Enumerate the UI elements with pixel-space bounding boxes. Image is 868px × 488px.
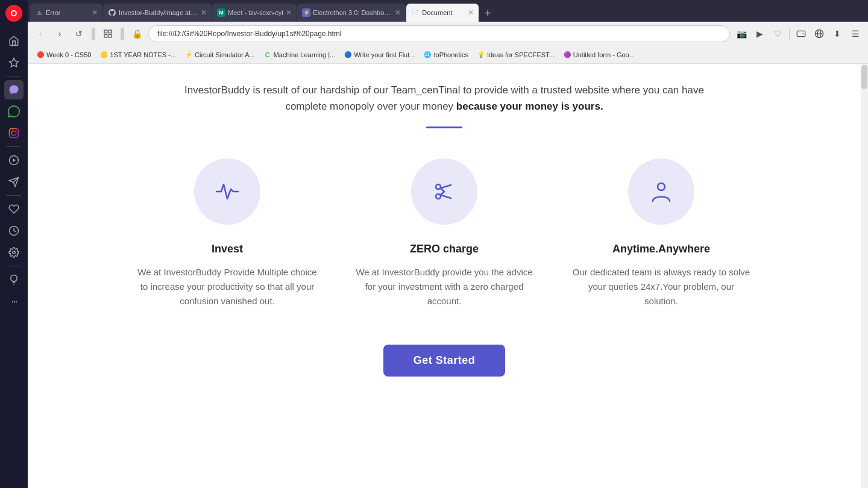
play-icon[interactable] xyxy=(4,151,24,170)
tab-error-favicon: ⚠ xyxy=(35,8,43,17)
bookmark-specfest-favicon: 💡 xyxy=(477,51,485,59)
bookmark-ml[interactable]: C Machine Learning |... xyxy=(260,49,339,60)
reload-button[interactable]: ↺ xyxy=(71,26,87,42)
tab-meet-favicon: M xyxy=(217,8,225,17)
svg-rect-12 xyxy=(104,34,107,37)
bookmark-form[interactable]: 🟣 Untitled form - Goo... xyxy=(559,49,638,60)
heart-icon[interactable] xyxy=(4,199,24,219)
scrollbar-thumb[interactable] xyxy=(861,65,867,89)
heart-toolbar-button[interactable]: ♡ xyxy=(770,26,785,42)
opera-logo-icon[interactable]: O xyxy=(5,5,22,22)
wallet-button[interactable] xyxy=(793,26,809,42)
invest-icon-circle xyxy=(194,158,260,225)
home-icon[interactable] xyxy=(4,31,24,51)
tab-github[interactable]: Investor-Buddy/image at m... ✕ xyxy=(103,4,212,22)
tab-github-close[interactable]: ✕ xyxy=(201,8,207,17)
features-grid: Invest We at InvestorBuddy Provide Multi… xyxy=(64,158,825,308)
browser-window: ⚠ Error ✕ Investor-Buddy/image at m... ✕… xyxy=(28,0,868,488)
svg-line-24 xyxy=(441,192,445,195)
messenger-icon[interactable] xyxy=(4,80,24,99)
svg-line-21 xyxy=(441,185,451,189)
opera-sidebar: O ··· xyxy=(0,0,28,488)
camera-button[interactable]: 📷 xyxy=(734,26,749,42)
tab-document[interactable]: 📄 Document ✕ xyxy=(406,4,479,22)
address-bar: ‹ › ↺ 🔒 📷 ▶ ♡ ⬇ ☰ xyxy=(28,22,868,46)
bookmark-flutter-favicon: 🔵 xyxy=(344,51,352,59)
grid-view-button[interactable] xyxy=(100,26,116,42)
download-button[interactable]: ⬇ xyxy=(829,26,845,42)
tab-meet[interactable]: M Meet - tzv-scxn-cyt ✕ xyxy=(212,4,297,22)
tab-error-close[interactable]: ✕ xyxy=(92,8,98,17)
tab-meet-close[interactable]: ✕ xyxy=(286,8,292,17)
zero-charge-icon-circle xyxy=(411,158,477,225)
svg-marker-5 xyxy=(13,158,16,162)
bookmark-phonetics-favicon: 🌐 xyxy=(423,51,432,59)
more-icon[interactable]: ··· xyxy=(4,292,24,311)
bookmark-notes-label: 1ST YEAR NOTES -... xyxy=(110,51,176,58)
bookmark-cs50-favicon: 🔴 xyxy=(36,51,45,59)
bookmark-circuit-favicon: ⚡ xyxy=(184,51,193,59)
get-started-button[interactable]: Get Started xyxy=(383,345,506,377)
svg-rect-11 xyxy=(108,30,112,33)
bookmarks-bar: 🔴 Week 0 - CS50 🟡 1ST YEAR NOTES -... ⚡ … xyxy=(28,46,868,64)
history-icon[interactable] xyxy=(4,221,24,240)
bookmark-flutter[interactable]: 🔵 Write your first Flut... xyxy=(340,49,418,60)
toolbar-right: 📷 ▶ ♡ ⬇ ☰ xyxy=(734,26,863,42)
svg-point-2 xyxy=(11,131,16,136)
scrollbar-track[interactable] xyxy=(861,64,868,488)
menu-button[interactable]: ☰ xyxy=(848,26,863,42)
tab-document-close[interactable]: ✕ xyxy=(468,8,474,17)
bookmark-circuit-label: Circuit Simulator A... xyxy=(195,51,255,58)
svg-point-25 xyxy=(658,183,665,190)
tab-electrothon-title: Electrothon 3.0: Dashboard... xyxy=(313,9,392,16)
feature-invest: Invest We at InvestorBuddy Provide Multi… xyxy=(137,158,318,308)
bookmark-specfest[interactable]: 💡 Ideas for SPECFEST... xyxy=(473,49,558,60)
svg-rect-14 xyxy=(797,31,805,36)
tab-electrothon-favicon: ⚡ xyxy=(302,8,310,17)
sidebar-divider-4 xyxy=(7,266,21,266)
bookmark-notes[interactable]: 🟡 1ST YEAR NOTES -... xyxy=(96,49,180,60)
pulse-icon xyxy=(214,178,241,205)
tab-error-title: Error xyxy=(46,9,89,16)
svg-rect-13 xyxy=(108,34,112,37)
anytime-icon-circle xyxy=(628,158,694,225)
anytime-desc: Our dedicated team is always ready to so… xyxy=(571,265,752,308)
bookmark-form-label: Untitled form - Goo... xyxy=(573,51,635,58)
bookmark-ml-favicon: C xyxy=(263,51,272,59)
tab-meet-title: Meet - tzv-scxn-cyt xyxy=(228,9,283,16)
whatsapp-icon[interactable] xyxy=(4,102,24,121)
feature-anytime: Anytime.Anywhere Our dedicated team is a… xyxy=(571,158,752,308)
instagram-icon[interactable] xyxy=(4,124,24,143)
new-tab-button[interactable]: + xyxy=(479,5,496,22)
star-icon[interactable] xyxy=(4,53,24,72)
settings-icon[interactable] xyxy=(4,243,24,262)
bookmark-cs50-label: Week 0 - CS50 xyxy=(46,51,91,58)
hero-divider xyxy=(426,127,462,128)
tab-electrothon[interactable]: ⚡ Electrothon 3.0: Dashboard... ✕ xyxy=(297,4,406,22)
bookmark-circuit[interactable]: ⚡ Circuit Simulator A... xyxy=(181,49,259,60)
svg-line-23 xyxy=(441,189,445,192)
bookmark-flutter-label: Write your first Flut... xyxy=(354,51,415,58)
forward-button[interactable]: › xyxy=(52,26,68,42)
sidebar-divider-1 xyxy=(7,76,21,77)
svg-marker-0 xyxy=(10,58,19,67)
tab-electrothon-close[interactable]: ✕ xyxy=(395,8,401,17)
svg-point-9 xyxy=(13,251,16,254)
address-input[interactable] xyxy=(148,25,730,42)
lightbulb-icon[interactable] xyxy=(4,270,24,289)
tab-github-title: Investor-Buddy/image at m... xyxy=(119,9,198,16)
bookmark-cs50[interactable]: 🔴 Week 0 - CS50 xyxy=(33,49,95,60)
send-icon[interactable] xyxy=(4,172,24,192)
vpn-button[interactable] xyxy=(811,26,827,42)
zero-charge-desc: We at InvestorBuddy provide you the advi… xyxy=(354,265,535,308)
invest-desc: We at InvestorBuddy Provide Multiple cho… xyxy=(137,265,318,308)
tab-bar: ⚠ Error ✕ Investor-Buddy/image at m... ✕… xyxy=(28,0,868,22)
back-button[interactable]: ‹ xyxy=(33,26,48,42)
svg-rect-1 xyxy=(10,129,19,138)
bookmark-phonetics-label: toPhonetics xyxy=(433,51,468,58)
tab-error[interactable]: ⚠ Error ✕ xyxy=(30,4,102,22)
bookmark-phonetics[interactable]: 🌐 toPhonetics xyxy=(420,49,471,60)
bookmark-ml-label: Machine Learning |... xyxy=(274,51,336,58)
page-content: InvestorBuddy is result of our hardship … xyxy=(28,64,861,488)
play-button[interactable]: ▶ xyxy=(752,26,767,42)
